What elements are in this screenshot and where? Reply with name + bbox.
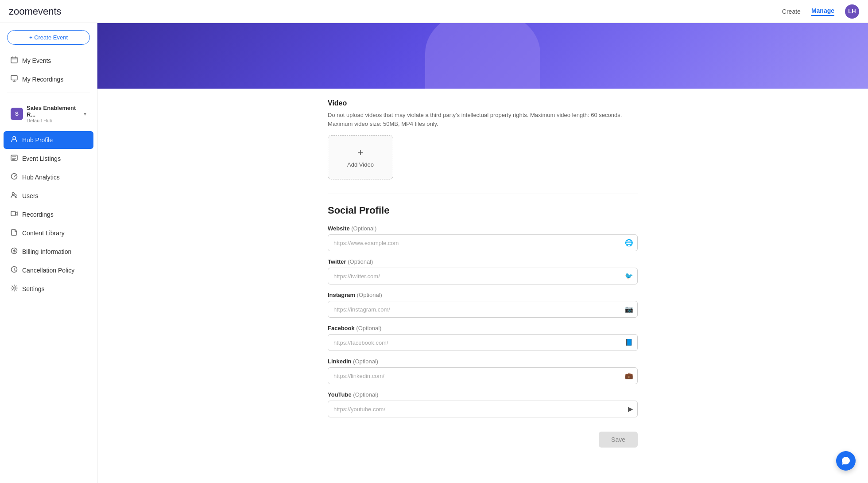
- sidebar-item-hub-analytics[interactable]: Hub Analytics: [4, 168, 93, 186]
- svg-point-2: [13, 136, 16, 139]
- facebook-input[interactable]: [328, 334, 638, 351]
- logo: zoomevents: [9, 6, 62, 17]
- content-inner: Video Do not upload videos that may viol…: [310, 99, 655, 481]
- banner-circle: [425, 23, 540, 89]
- section-divider: [328, 194, 638, 194]
- add-video-label: Add Video: [347, 161, 374, 168]
- sidebar-item-cancellation-policy[interactable]: Cancellation Policy: [4, 261, 93, 279]
- svg-rect-0: [11, 57, 17, 63]
- linkedin-input[interactable]: [328, 367, 638, 384]
- calendar-icon: [11, 56, 18, 65]
- recording-icon: [11, 210, 18, 219]
- policy-icon: [11, 266, 18, 275]
- instagram-field: Instagram (Optional) 📷: [328, 292, 638, 318]
- create-nav-link[interactable]: Create: [782, 8, 801, 15]
- layout: + Create Event My Events My Recordings S…: [0, 23, 868, 483]
- manage-nav-link[interactable]: Manage: [811, 7, 834, 16]
- document-icon: [11, 229, 18, 238]
- instagram-input-wrapper: 📷: [328, 301, 638, 318]
- sidebar-item-content-library[interactable]: Content Library: [4, 224, 93, 242]
- sidebar-item-label: Billing Information: [22, 248, 71, 255]
- social-profile-title: Social Profile: [328, 205, 638, 216]
- website-label: Website (Optional): [328, 225, 638, 232]
- chat-bubble[interactable]: [836, 451, 856, 471]
- sidebar-item-my-recordings[interactable]: My Recordings: [4, 70, 93, 88]
- social-profile-section: Social Profile Website (Optional) 🌐: [328, 205, 638, 455]
- avatar[interactable]: LH: [845, 4, 859, 19]
- hub-sub: Default Hub: [27, 118, 80, 123]
- create-event-button[interactable]: + Create Event: [7, 30, 90, 45]
- hub-info: Sales Enablement R... Default Hub: [27, 105, 80, 123]
- sidebar-item-event-listings[interactable]: Event Listings: [4, 150, 93, 167]
- list-icon: [11, 154, 18, 163]
- youtube-label: YouTube (Optional): [328, 391, 638, 398]
- hub-selector[interactable]: S Sales Enablement R... Default Hub ▾: [4, 100, 93, 128]
- video-label: Video: [328, 99, 638, 107]
- sidebar-divider: [7, 93, 90, 93]
- sidebar: + Create Event My Events My Recordings S…: [0, 23, 97, 483]
- hub-icon: S: [11, 108, 23, 120]
- users-icon: [11, 191, 18, 200]
- website-input-wrapper: 🌐: [328, 234, 638, 251]
- chevron-down-icon: ▾: [84, 111, 86, 117]
- sidebar-item-label: My Events: [22, 57, 51, 64]
- logo-events: events: [33, 6, 62, 17]
- sidebar-item-users[interactable]: Users: [4, 187, 93, 205]
- sidebar-item-label: Content Library: [22, 230, 65, 237]
- sidebar-item-label: Settings: [22, 285, 45, 292]
- logo-text: zoomevents: [9, 6, 62, 17]
- svg-point-5: [14, 176, 15, 177]
- add-video-plus-icon: +: [358, 147, 364, 159]
- instagram-label: Instagram (Optional): [328, 292, 638, 298]
- sidebar-item-label: Recordings: [22, 211, 54, 218]
- save-section: Save: [328, 425, 638, 455]
- linkedin-label: LinkedIn (Optional): [328, 358, 638, 365]
- gear-icon: [11, 284, 18, 293]
- linkedin-field: LinkedIn (Optional) 💼: [328, 358, 638, 384]
- website-input[interactable]: [328, 234, 638, 251]
- sidebar-item-label: My Recordings: [22, 76, 63, 83]
- sidebar-item-settings[interactable]: Settings: [4, 280, 93, 298]
- sidebar-item-label: Hub Analytics: [22, 174, 60, 181]
- sidebar-item-label: Hub Profile: [22, 136, 53, 144]
- svg-point-10: [13, 287, 16, 289]
- logo-zoom: zoom: [9, 6, 33, 17]
- sidebar-item-label: Event Listings: [22, 155, 61, 162]
- analytics-icon: [11, 173, 18, 182]
- hub-name: Sales Enablement R...: [27, 105, 80, 118]
- monitor-icon: [11, 75, 18, 84]
- youtube-input-wrapper: ▶: [328, 401, 638, 417]
- billing-icon: [11, 247, 18, 256]
- main-content: Video Do not upload videos that may viol…: [97, 23, 868, 483]
- instagram-input[interactable]: [328, 301, 638, 318]
- youtube-input[interactable]: [328, 401, 638, 417]
- sidebar-item-billing[interactable]: Billing Information: [4, 243, 93, 261]
- youtube-field: YouTube (Optional) ▶: [328, 391, 638, 417]
- website-field: Website (Optional) 🌐: [328, 225, 638, 251]
- banner-image: [97, 23, 868, 89]
- top-nav: zoomevents Create Manage LH: [0, 0, 868, 23]
- facebook-input-wrapper: 📘: [328, 334, 638, 351]
- sidebar-item-hub-profile[interactable]: Hub Profile: [4, 131, 93, 149]
- video-section: Video Do not upload videos that may viol…: [328, 99, 638, 179]
- facebook-label: Facebook (Optional): [328, 325, 638, 331]
- sidebar-item-my-events[interactable]: My Events: [4, 52, 93, 70]
- video-desc: Do not upload videos that may violate a …: [328, 111, 638, 128]
- linkedin-input-wrapper: 💼: [328, 367, 638, 384]
- svg-rect-7: [11, 211, 16, 216]
- twitter-field: Twitter (Optional) 🐦: [328, 258, 638, 284]
- twitter-label: Twitter (Optional): [328, 258, 638, 265]
- add-video-box[interactable]: + Add Video: [328, 135, 393, 179]
- twitter-input-wrapper: 🐦: [328, 268, 638, 284]
- user-icon: [11, 136, 18, 144]
- facebook-field: Facebook (Optional) 📘: [328, 325, 638, 351]
- sidebar-item-label: Cancellation Policy: [22, 267, 74, 274]
- svg-point-6: [12, 193, 15, 195]
- svg-rect-1: [11, 76, 17, 80]
- top-nav-right: Create Manage LH: [782, 4, 859, 19]
- twitter-input[interactable]: [328, 268, 638, 284]
- sidebar-item-recordings[interactable]: Recordings: [4, 206, 93, 223]
- save-button[interactable]: Save: [599, 432, 638, 448]
- sidebar-item-label: Users: [22, 192, 39, 199]
